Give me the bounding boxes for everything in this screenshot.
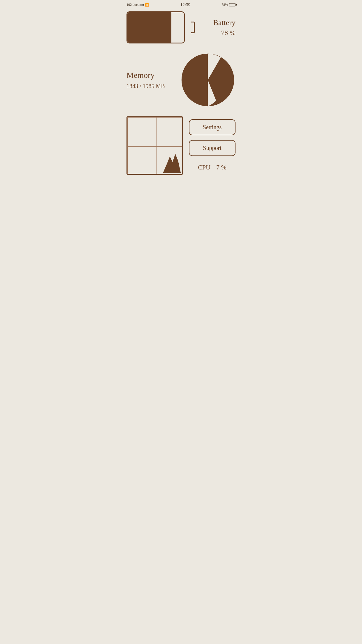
status-bar: -102 docomo 📶 12:39 78% — [121, 0, 241, 8]
main-content: Battery 78 % Memory 1843 / 1985 MB — [121, 8, 241, 181]
pie-svg — [180, 52, 236, 108]
battery-title: Battery — [213, 18, 236, 27]
battery-icon-small — [229, 3, 237, 6]
memory-value: 1843 / 1985 MB — [126, 83, 165, 90]
cpu-label: CPU — [198, 164, 210, 171]
settings-button[interactable]: Settings — [189, 119, 236, 135]
battery-widget — [126, 11, 191, 43]
cpu-section: Settings Support CPU 7 % — [126, 116, 236, 175]
battery-tip — [191, 22, 195, 33]
memory-text: Memory 1843 / 1985 MB — [126, 71, 165, 90]
battery-section: Battery 78 % — [126, 11, 236, 43]
battery-fill — [127, 12, 171, 43]
wifi-icon: 📶 — [145, 3, 149, 7]
carrier-wifi: -102 docomo 📶 — [125, 3, 149, 7]
cpu-graph-line — [127, 154, 182, 173]
battery-tip-small — [236, 4, 237, 6]
memory-pie-chart — [180, 52, 236, 108]
time-display: 12:39 — [180, 2, 190, 7]
battery-body-small — [229, 3, 236, 6]
battery-label: Battery 78 % — [213, 18, 236, 37]
cpu-controls: Settings Support CPU 7 % — [183, 116, 236, 171]
battery-body — [126, 11, 185, 43]
cpu-graph-container — [126, 116, 183, 175]
battery-percent-text: 78% — [222, 3, 228, 7]
carrier-text: -102 docomo — [125, 3, 144, 7]
battery-value: 78 % — [213, 29, 236, 37]
memory-title: Memory — [126, 71, 165, 80]
cpu-value: 7 % — [216, 164, 226, 171]
cpu-graph-svg — [127, 117, 182, 174]
support-button[interactable]: Support — [189, 140, 236, 156]
memory-section: Memory 1843 / 1985 MB — [126, 52, 236, 108]
battery-status: 78% — [222, 3, 237, 7]
cpu-info: CPU 7 % — [198, 164, 226, 171]
